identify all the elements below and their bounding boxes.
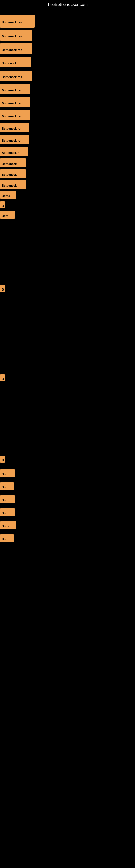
bottleneck-badge-b26: Bo: [0, 534, 14, 542]
bottleneck-badge-b18: B: [0, 285, 5, 292]
bottleneck-badge-b24: Bott: [0, 508, 15, 516]
bottleneck-badge-b3: Bottleneck res: [0, 43, 32, 54]
bottleneck-badge-b10: Bottleneck re: [0, 134, 29, 144]
bottleneck-badge-b12: Bottleneck: [0, 158, 26, 167]
bottleneck-badge-b14: Bottleneck: [0, 180, 26, 189]
site-title: TheBottlenecker.com: [0, 0, 135, 9]
bottleneck-badge-b21: Bott: [0, 469, 15, 477]
bottleneck-badge-b22: Bo: [0, 482, 14, 490]
bottleneck-badge-b6: Bottleneck re: [0, 84, 30, 94]
bottleneck-badge-b16: B: [0, 201, 5, 208]
bottleneck-badge-b9: Bottleneck re: [0, 123, 29, 132]
bottleneck-badge-b15: Bottle: [0, 191, 16, 198]
bottleneck-badge-b20: B: [0, 456, 5, 463]
bottleneck-badge-b1: Bottleneck res: [0, 15, 35, 28]
bottleneck-badge-b7: Bottleneck re: [0, 97, 30, 107]
bottleneck-badge-b5: Bottleneck res: [0, 70, 32, 82]
bottleneck-badge-b11: Bottleneck r: [0, 147, 28, 156]
bottleneck-badge-b23: Bott: [0, 495, 15, 503]
bottleneck-badge-b17: Bott: [0, 211, 15, 219]
bottleneck-badge-b4: Bottleneck re: [0, 57, 31, 67]
bottleneck-badge-b25: Bottle: [0, 521, 16, 529]
bottleneck-badge-b2: Bottleneck res: [0, 30, 32, 41]
bottleneck-badge-b19: B: [0, 374, 5, 381]
bottleneck-badge-b13: Bottleneck: [0, 169, 26, 178]
bottleneck-badge-b8: Bottleneck re: [0, 110, 30, 120]
